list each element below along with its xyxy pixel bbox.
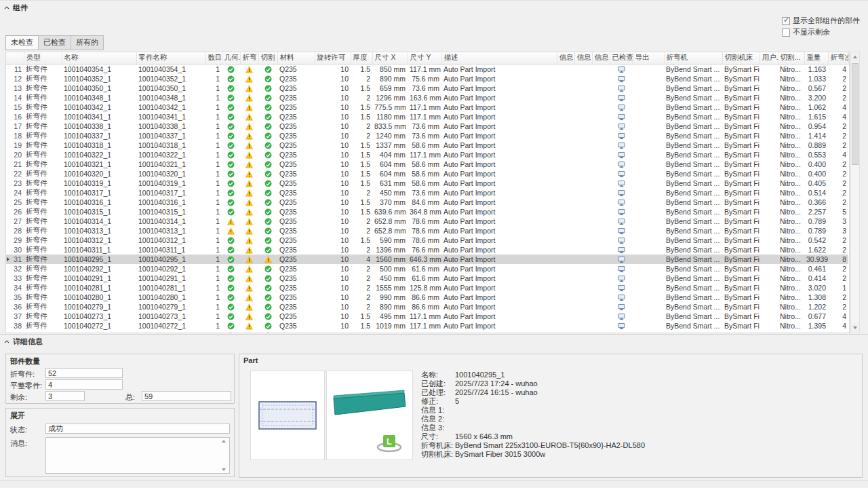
column-header[interactable]: 零件名称: [136, 52, 205, 64]
cell-info2: [574, 150, 592, 159]
details-panel-header[interactable]: 详细信息: [0, 335, 868, 349]
column-header[interactable]: 尺寸 Y: [408, 52, 441, 64]
column-header[interactable]: 已检查: [610, 52, 633, 64]
status-field[interactable]: [45, 424, 230, 434]
cell-info3: [592, 93, 610, 102]
table-row[interactable]: 15折弯件1001040342_11001040342_11Q235101.57…: [6, 102, 848, 112]
cell-bend-machine: ByBend Smart ...: [664, 245, 722, 255]
column-header[interactable]: 导出: [633, 52, 664, 64]
table-row[interactable]: 33折弯件1001040291_11001040291_11Q235102450…: [6, 274, 848, 283]
column-header[interactable]: 尺寸 X: [372, 52, 408, 64]
column-header[interactable]: 厚度: [351, 52, 372, 64]
table-row[interactable]: 12折弯件1001040352_11001040352_11Q235102890…: [6, 74, 848, 83]
column-header[interactable]: 切割...: [778, 52, 804, 64]
table-row[interactable]: 21折弯件1001040321_11001040321_11Q235101.56…: [6, 159, 848, 169]
tab-unchecked[interactable]: 未检查: [5, 35, 39, 50]
table-row[interactable]: 29折弯件1001040312_11001040312_11Q235101.55…: [6, 236, 848, 245]
table-row[interactable]: 38折弯件1001040272_11001040272_11Q235101.51…: [6, 321, 848, 331]
column-header[interactable]: 折弯: [240, 52, 258, 64]
column-header[interactable]: 信息 1: [557, 52, 574, 64]
bend-parts-field[interactable]: [45, 368, 123, 378]
cell-weight: 0.414: [804, 274, 828, 283]
column-header[interactable]: 数目: [205, 52, 222, 64]
checkbox-icon[interactable]: [782, 17, 790, 25]
flat-parts-field[interactable]: [45, 379, 123, 390]
table-row[interactable]: 26折弯件1001040315_11001040315_11Q235101.56…: [6, 207, 848, 217]
column-header[interactable]: 折弯机: [664, 52, 722, 64]
cell-export: [633, 198, 664, 207]
table-row[interactable]: 25折弯件1001040316_11001040316_11Q235101.53…: [6, 198, 848, 207]
table-row[interactable]: 31折弯件1001040295_11001040295_11Q235104156…: [6, 255, 848, 264]
table-row[interactable]: 32折弯件1001040292_11001040292_11Q235102500…: [6, 264, 848, 274]
column-header[interactable]: 名称: [62, 52, 136, 64]
components-panel-header[interactable]: 组件: [0, 1, 868, 15]
column-header[interactable]: 信息 3: [592, 52, 610, 64]
table-row[interactable]: 28折弯件1001040313_11001040313_11Q235102652…: [6, 226, 848, 236]
column-header[interactable]: 重量: [804, 52, 828, 64]
cell-user: [760, 121, 778, 131]
column-header[interactable]: 描述: [441, 52, 557, 64]
column-header[interactable]: 旋转许可: [315, 52, 351, 64]
column-header[interactable]: 用户...: [760, 52, 778, 64]
table-row[interactable]: 23折弯件1001040319_11001040319_11Q235101.56…: [6, 179, 848, 188]
monitor-icon: [618, 294, 625, 301]
cell-cut: [258, 112, 277, 121]
cell-info2: [574, 159, 592, 169]
message-scroll-down-icon[interactable]: [222, 468, 226, 471]
column-header[interactable]: 切割机床: [722, 52, 760, 64]
scroll-up-button[interactable]: [851, 52, 859, 62]
table-row[interactable]: 17折弯件1001040338_11001040338_11Q235102833…: [6, 121, 848, 131]
warning-triangle-icon: [245, 313, 253, 320]
table-row[interactable]: 35折弯件1001040280_11001040280_11Q235102990…: [6, 293, 848, 302]
column-header[interactable]: 类型: [24, 52, 62, 64]
cell-size-y: 78.6 mm: [408, 217, 441, 226]
column-header[interactable]: 切割: [258, 52, 277, 64]
row-expander-icon[interactable]: [7, 257, 9, 261]
column-header[interactable]: 几何...: [222, 52, 240, 64]
table-row[interactable]: 36折弯件1001040279_11001040279_11Q235102890…: [6, 302, 848, 312]
svg-text:L: L: [387, 436, 392, 447]
message-textarea[interactable]: [45, 437, 230, 474]
tab-all[interactable]: 所有的: [71, 35, 104, 50]
table-row[interactable]: 11折弯件1001040354_11001040354_11Q235101.58…: [6, 64, 848, 74]
table-row[interactable]: 20折弯件1001040322_11001040322_11Q235101.54…: [6, 150, 848, 159]
cell-description: Auto Part Import: [441, 207, 557, 217]
total-field[interactable]: [142, 391, 231, 401]
scrollbar-thumb[interactable]: [852, 63, 859, 165]
checkbox-icon[interactable]: [782, 29, 790, 37]
remaining-field[interactable]: [45, 391, 85, 401]
column-header[interactable]: 材料: [277, 52, 315, 64]
tab-checked[interactable]: 已检查: [38, 35, 71, 50]
checkbox-show-all-parts[interactable]: 显示全部组件的部件: [782, 16, 860, 26]
cell-info1: [557, 331, 574, 334]
table-row[interactable]: 18折弯件1001040337_11001040337_11Q235102124…: [6, 131, 848, 140]
table-vertical-scrollbar[interactable]: [850, 52, 860, 333]
checkbox-hide-remaining[interactable]: 不显示剩余: [782, 27, 860, 37]
table-row[interactable]: 27折弯件1001040314_11001040314_11Q235102652…: [6, 217, 848, 226]
cell-cut-machine: BySmart Fi...: [722, 217, 760, 226]
column-header[interactable]: 折弯次数: [828, 52, 848, 64]
cell-thickness: 2: [351, 74, 372, 83]
table-row[interactable]: 22折弯件1001040320_11001040320_11Q235101.56…: [6, 169, 848, 179]
table-row[interactable]: 37折弯件1001040273_11001040273_11Q235101.54…: [6, 312, 848, 321]
cell-size-x: 833.5 mm: [372, 121, 408, 131]
cell-num: 13: [6, 83, 24, 93]
cell-rotation: 10: [315, 131, 351, 140]
column-header[interactable]: 信息 2: [574, 52, 592, 64]
parts-table-body: 11折弯件1001040354_11001040354_11Q235101.58…: [6, 64, 848, 333]
message-scroll-up-icon[interactable]: [222, 440, 226, 443]
cell-cut-machine: BySmart Fi...: [722, 64, 760, 74]
table-row[interactable]: 14折弯件1001040348_11001040348_11Q235102129…: [6, 93, 848, 102]
table-row[interactable]: 24折弯件1001040317_11001040317_11Q235102450…: [6, 188, 848, 198]
table-row[interactable]: [6, 331, 848, 334]
scroll-down-button[interactable]: [851, 323, 859, 333]
table-row[interactable]: 34折弯件1001040281_11001040281_11Q235102155…: [6, 283, 848, 293]
table-row[interactable]: 13折弯件1001040350_11001040350_11Q235101.56…: [6, 83, 848, 93]
cell-qty: 1: [205, 169, 222, 179]
column-header[interactable]: [6, 52, 24, 64]
monitor-icon: [618, 284, 625, 292]
table-row[interactable]: 16折弯件1001040341_11001040341_11Q235101.51…: [6, 112, 848, 121]
cell-bend: [240, 179, 258, 188]
table-row[interactable]: 19折弯件1001040318_11001040318_11Q235101.51…: [6, 140, 848, 150]
table-row[interactable]: 30折弯件1001040311_11001040311_11Q235102139…: [6, 245, 848, 255]
